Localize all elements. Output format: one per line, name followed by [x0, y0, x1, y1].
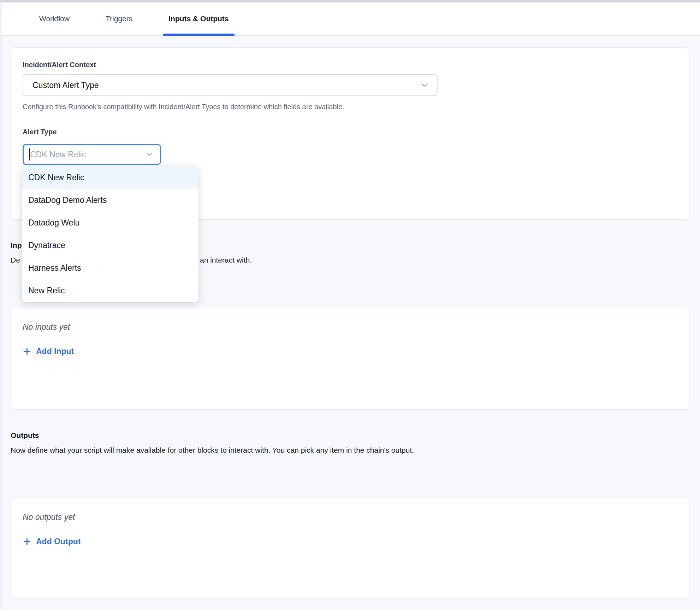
dropdown-option-harness-alerts[interactable]: Harness Alerts	[22, 257, 198, 279]
add-input-label: Add Input	[36, 346, 74, 357]
add-input-button[interactable]: Add Input	[23, 346, 74, 357]
no-outputs-text: No outputs yet	[23, 512, 677, 522]
window-top-edge	[0, 0, 700, 2]
chevron-down-icon	[145, 150, 154, 159]
outputs-description: Now define what your script will make av…	[11, 446, 689, 455]
plus-icon	[23, 537, 31, 546]
main-content: Incident/Alert Context Custom Alert Type…	[0, 47, 700, 598]
inputs-description-start: De	[11, 256, 20, 264]
alert-type-placeholder: CDK New Relic	[30, 150, 86, 159]
outputs-card: No outputs yet Add Output	[11, 498, 689, 598]
inputs-description-end: an interact with.	[200, 256, 252, 265]
plus-icon	[23, 347, 31, 356]
outputs-heading: Outputs	[11, 431, 689, 440]
alert-type-combobox[interactable]: CDK New Relic	[23, 144, 161, 165]
incident-context-selected-value: Custom Alert Type	[32, 81, 99, 90]
text-cursor	[29, 148, 30, 160]
incident-context-help-text: Configure this Runbook's compatibility w…	[23, 102, 677, 111]
tab-workflow[interactable]: Workflow	[26, 2, 82, 35]
dropdown-option-dynatrace[interactable]: Dynatrace	[22, 234, 198, 257]
incident-context-label: Incident/Alert Context	[23, 60, 677, 69]
alert-type-label: Alert Type	[23, 128, 677, 136]
tab-triggers[interactable]: Triggers	[93, 2, 145, 35]
tab-bar: Workflow Triggers Inputs & Outputs	[0, 2, 700, 36]
incident-context-select[interactable]: Custom Alert Type	[23, 74, 438, 96]
no-inputs-text: No inputs yet	[23, 322, 677, 332]
inputs-card: No inputs yet Add Input	[11, 308, 689, 410]
alert-type-dropdown-menu: CDK New Relic DataDog Demo Alerts Datado…	[22, 166, 198, 302]
dropdown-option-cdk-new-relic[interactable]: CDK New Relic	[22, 166, 198, 189]
add-output-button[interactable]: Add Output	[23, 536, 81, 547]
window-left-edge	[0, 2, 2, 610]
chevron-down-icon	[420, 81, 429, 90]
dropdown-option-datadog-welu[interactable]: Datadog Welu	[22, 211, 198, 234]
dropdown-option-datadog-demo-alerts[interactable]: DataDog Demo Alerts	[22, 189, 198, 211]
tab-inputs-outputs[interactable]: Inputs & Outputs	[156, 2, 241, 35]
dropdown-option-new-relic[interactable]: New Relic	[22, 279, 198, 302]
add-output-label: Add Output	[36, 536, 81, 547]
